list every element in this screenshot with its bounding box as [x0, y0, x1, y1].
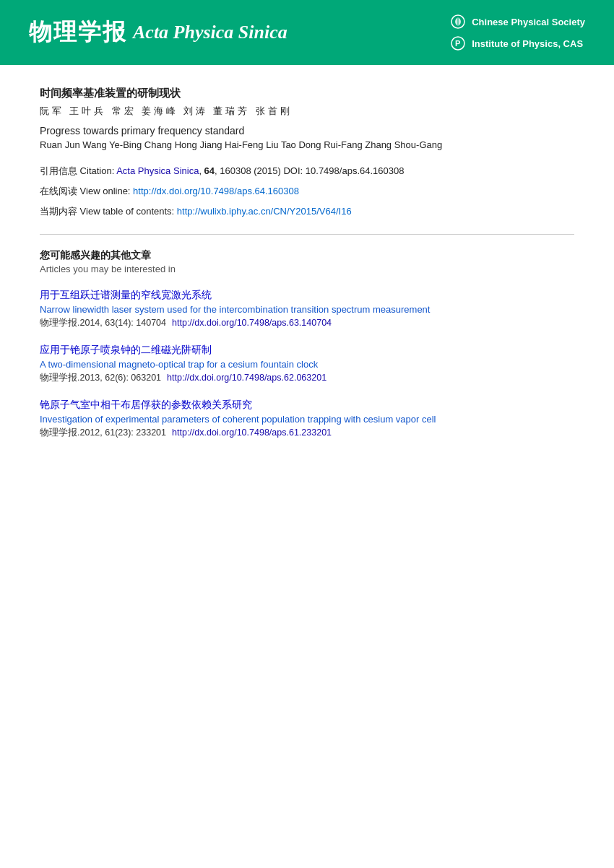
- section-divider: [40, 234, 574, 235]
- header-banner: 物理学报 Acta Physica Sinica Chinese Physica…: [0, 0, 614, 65]
- citation-label: 引用信息 Citation:: [40, 165, 116, 176]
- org1-name: Chinese Physical Society: [472, 17, 585, 27]
- related-article-2-title-english[interactable]: A two-dimensional magneto-optical trap f…: [40, 359, 574, 370]
- related-article-1-meta: 物理学报.2014, 63(14): 140704http://dx.doi.o…: [40, 317, 574, 329]
- org2-item: P Institute of Physics, CAS: [450, 35, 583, 51]
- iop-icon: P: [450, 35, 466, 51]
- chinese-journal-name: 物理学报: [29, 17, 127, 48]
- related-section-title-chinese: 您可能感兴趣的其他文章: [40, 249, 574, 262]
- org-logos: Chinese Physical Society P Institute of …: [450, 14, 585, 51]
- view-online-label: 在线阅读 View online:: [40, 186, 133, 196]
- related-article-2: 应用于铯原子喷泉钟的二维磁光阱研制 A two-dimensional magn…: [40, 344, 574, 384]
- citation-journal-link[interactable]: Acta Physica Sinica: [116, 165, 199, 176]
- cps-icon: [450, 14, 466, 30]
- related-section-title-english: Articles you may be interested in: [40, 264, 574, 274]
- related-article-3: 铯原子气室中相干布居俘获的参数依赖关系研究 Investigation of e…: [40, 399, 574, 439]
- related-article-1: 用于互组跃迁谱测量的窄线宽激光系统 Narrow linewidth laser…: [40, 289, 574, 329]
- citation-details: , 160308 (2015) DOI: 10.7498/aps.64.1603…: [215, 165, 404, 176]
- toc-label: 当期内容 View table of contents:: [40, 206, 177, 217]
- citation-block: 引用信息 Citation: Acta Physica Sinica, 64, …: [40, 163, 574, 179]
- svg-text:P: P: [455, 39, 460, 48]
- org2-name: Institute of Physics, CAS: [472, 38, 583, 49]
- authors-english: Ruan Jun Wang Ye-Bing Chang Hong Jiang H…: [40, 139, 574, 150]
- view-online-block: 在线阅读 View online: http://dx.doi.org/10.7…: [40, 183, 574, 199]
- main-content: 时间频率基准装置的研制现状 阮军 王叶兵 常宏 姜海峰 刘涛 董瑞芳 张首刚 P…: [0, 65, 614, 482]
- view-online-link[interactable]: http://dx.doi.org/10.7498/aps.64.160308: [133, 186, 299, 196]
- citation-volume: , 64: [199, 165, 215, 176]
- related-article-2-meta: 物理学报.2013, 62(6): 063201http://dx.doi.or…: [40, 372, 574, 384]
- journal-title: 物理学报 Acta Physica Sinica: [29, 17, 287, 48]
- related-article-3-meta: 物理学报.2012, 61(23): 233201http://dx.doi.o…: [40, 427, 574, 439]
- related-article-2-title-chinese[interactable]: 应用于铯原子喷泉钟的二维磁光阱研制: [40, 344, 574, 357]
- latin-journal-name: Acta Physica Sinica: [133, 22, 287, 43]
- article-chinese-title: 时间频率基准装置的研制现状: [40, 87, 574, 100]
- article-english-title: Progress towards primary frequency stand…: [40, 125, 574, 136]
- related-article-1-title-chinese[interactable]: 用于互组跃迁谱测量的窄线宽激光系统: [40, 289, 574, 302]
- authors-chinese: 阮军 王叶兵 常宏 姜海峰 刘涛 董瑞芳 张首刚: [40, 105, 574, 118]
- org1-item: Chinese Physical Society: [450, 14, 585, 30]
- related-article-3-title-chinese[interactable]: 铯原子气室中相干布居俘获的参数依赖关系研究: [40, 399, 574, 412]
- toc-link[interactable]: http://wulixb.iphy.ac.cn/CN/Y2015/V64/I1…: [177, 206, 352, 217]
- related-article-3-title-english[interactable]: Investigation of experimental parameters…: [40, 414, 574, 425]
- toc-block: 当期内容 View table of contents: http://wuli…: [40, 204, 574, 220]
- related-article-1-title-english[interactable]: Narrow linewidth laser system used for t…: [40, 304, 574, 315]
